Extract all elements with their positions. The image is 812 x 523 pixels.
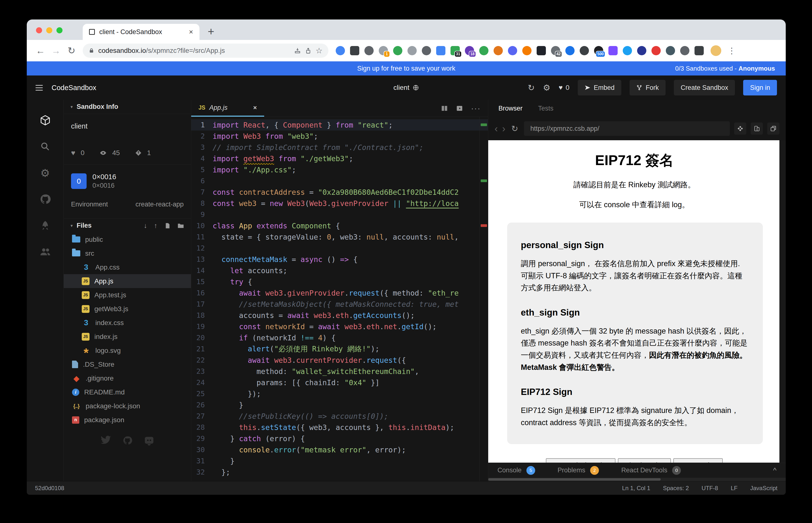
code-line-20[interactable]: 20 if (networkId !== 4) {	[191, 332, 488, 343]
open-new-window-icon[interactable]	[767, 123, 779, 134]
sandbox-info-header[interactable]: ▾ Sandbox Info	[64, 100, 191, 114]
editor-scrollbar-track[interactable]	[479, 117, 480, 481]
extension-icon[interactable]	[623, 46, 632, 55]
devtool-tab-react-devtools[interactable]: React DevTools0	[621, 466, 681, 475]
browser-tab[interactable]: client - CodeSandbox ×	[83, 24, 200, 40]
bookmark-star-icon[interactable]: ☆	[316, 46, 323, 55]
console-expand-icon[interactable]: ^	[773, 466, 776, 474]
extension-icon[interactable]	[479, 46, 489, 55]
files-header[interactable]: ▾ Files ↓ ↑	[64, 218, 191, 233]
preview-viewport[interactable]: EIP712 簽名 請確認目前是在 Rinkeby 測試網路。 可以在 cons…	[488, 140, 786, 463]
status-item[interactable]: Spaces: 2	[663, 485, 689, 492]
share-icon[interactable]	[305, 47, 311, 54]
responsive-mode-icon[interactable]	[751, 123, 763, 134]
file-item-App.js[interactable]: JSApp.js	[64, 274, 191, 288]
extension-icon[interactable]	[436, 46, 446, 55]
extension-icon[interactable]	[336, 46, 345, 55]
embed-button[interactable]: Embed	[578, 80, 622, 95]
tab-browser[interactable]: Browser	[498, 105, 523, 112]
minimize-window-button[interactable]	[46, 27, 52, 33]
live-users-icon[interactable]	[27, 239, 63, 265]
code-line-32[interactable]: 32 };	[191, 467, 488, 478]
status-item[interactable]: LF	[731, 485, 738, 492]
extension-icon[interactable]	[364, 46, 374, 55]
reload-icon[interactable]: ↻	[65, 45, 78, 56]
file-item-logo.svg[interactable]: *logo.svg	[64, 344, 191, 357]
new-folder-icon[interactable]	[177, 222, 184, 229]
code-line-24[interactable]: 24 params: [{ chainId: "0x4" }]	[191, 377, 488, 388]
close-window-button[interactable]	[36, 27, 42, 33]
code-line-1[interactable]: 1import React, { Component } from "react…	[191, 119, 488, 130]
menu-icon[interactable]	[36, 85, 43, 91]
split-view-icon[interactable]	[441, 105, 448, 112]
code-line-29[interactable]: 29 } catch (error) {	[191, 433, 488, 444]
download-icon[interactable]: ↓	[144, 222, 147, 230]
code-line-18[interactable]: 18 accounts = await web3.eth.getAccounts…	[191, 310, 488, 321]
extension-icon[interactable]	[580, 46, 589, 55]
code-line-11[interactable]: 11 state = { storageValue: 0, web3: null…	[191, 231, 488, 242]
file-item-src[interactable]: src	[64, 247, 191, 260]
code-line-2[interactable]: 2import Web3 from "web3";	[191, 130, 488, 142]
extension-icon[interactable]	[695, 46, 704, 55]
file-item-App.css[interactable]: 3App.css	[64, 260, 191, 274]
address-bar[interactable]: codesandbox.io/s/xpmnzc?file=/src/App.js…	[83, 43, 328, 58]
code-line-16[interactable]: 16 await web3.givenProvider.request({ me…	[191, 287, 488, 299]
preview-scrollbar[interactable]	[779, 140, 786, 463]
extension-icon[interactable]	[422, 46, 431, 55]
file-item-.gitignore[interactable]: ◆.gitignore	[64, 371, 191, 385]
forward-icon[interactable]: →	[50, 46, 62, 56]
extension-icon[interactable]	[350, 46, 359, 55]
discord-icon[interactable]	[144, 436, 154, 446]
editor-more-icon[interactable]: ···	[471, 104, 481, 113]
extension-icon[interactable]	[565, 46, 574, 55]
github-footer-icon[interactable]	[122, 436, 132, 445]
file-item-public[interactable]: public	[64, 233, 191, 247]
tab-close-icon[interactable]: ×	[189, 28, 193, 36]
button-eth-sign-sign[interactable]: eth_sign Sign	[618, 458, 671, 463]
file-item-README.md[interactable]: iREADME.md	[64, 385, 191, 399]
code-line-3[interactable]: 3// import SimpleContract from "./Contra…	[191, 142, 488, 153]
code-line-9[interactable]: 9	[191, 209, 488, 220]
file-item-package.json[interactable]: npackage.json	[64, 413, 191, 427]
new-tab-button[interactable]: +	[208, 25, 214, 38]
sign-in-button[interactable]: Sign in	[743, 80, 777, 95]
settings-gear-icon[interactable]: ⚙	[543, 83, 550, 92]
fork-button[interactable]: Fork	[629, 80, 665, 95]
new-file-icon[interactable]	[164, 222, 171, 229]
extension-icon[interactable]	[608, 46, 618, 55]
preview-forward-icon[interactable]: ›	[502, 123, 505, 134]
code-line-7[interactable]: 7const contractAddress = "0x2a980B680Aed…	[191, 186, 488, 198]
back-icon[interactable]: ←	[34, 46, 47, 56]
status-item[interactable]: Ln 1, Col 1	[622, 485, 650, 492]
config-gear-icon[interactable]: ⚙	[27, 160, 63, 186]
code-line-4[interactable]: 4import getWeb3 from "./getWeb3";	[191, 153, 488, 164]
code-line-22[interactable]: 22 await web3.currentProvider.request({	[191, 355, 488, 366]
deploy-rocket-icon[interactable]	[27, 212, 63, 239]
code-line-30[interactable]: 30 console.error("metmask error", error)…	[191, 444, 488, 455]
code-line-8[interactable]: 8const web3 = new Web3(Web3.givenProvide…	[191, 198, 488, 209]
preview-back-icon[interactable]: ‹	[494, 123, 498, 134]
maximize-window-button[interactable]	[56, 27, 62, 33]
create-sandbox-button[interactable]: Create Sandbox	[674, 80, 735, 95]
extension-icon[interactable]	[536, 46, 546, 55]
profile-avatar[interactable]	[711, 45, 721, 56]
code-line-14[interactable]: 14 let accounts;	[191, 265, 488, 276]
extension-icon[interactable]	[522, 46, 531, 55]
devtool-tab-problems[interactable]: Problems2	[558, 466, 599, 475]
status-item[interactable]: UTF-8	[702, 485, 718, 492]
code-line-12[interactable]: 12	[191, 242, 488, 254]
project-title-wrap[interactable]: client	[393, 84, 419, 92]
extension-icon[interactable]	[408, 46, 417, 55]
code-area[interactable]: 1import React, { Component } from "react…	[191, 117, 488, 481]
extension-icon[interactable]	[637, 46, 646, 55]
explorer-cube-icon[interactable]	[27, 107, 63, 133]
code-line-17[interactable]: 17 //setMetaMaskObject({ metaMaskConnect…	[191, 299, 488, 310]
install-icon[interactable]	[294, 47, 301, 54]
like-counter[interactable]: ♥ 0	[559, 84, 569, 92]
sandbox-name[interactable]: client	[71, 122, 184, 130]
preview-modules-icon[interactable]	[734, 123, 746, 134]
refresh-icon[interactable]: ↻	[528, 83, 535, 92]
extension-icon[interactable]	[666, 46, 675, 55]
code-line-31[interactable]: 31 }	[191, 455, 488, 467]
extension-icon[interactable]: 31	[451, 46, 460, 55]
